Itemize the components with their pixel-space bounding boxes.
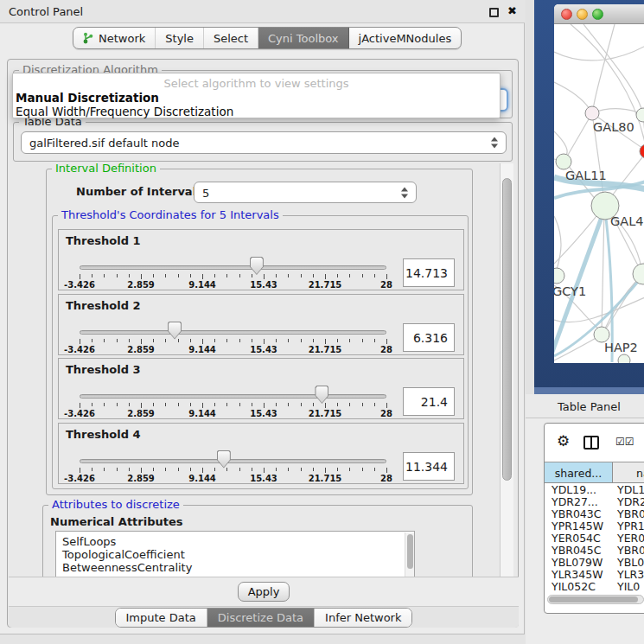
slider-handle[interactable] (168, 322, 182, 340)
network-node-g[interactable] (636, 108, 644, 122)
network-node-h[interactable] (633, 264, 644, 284)
tick-mark (349, 339, 350, 342)
close-traffic-light-icon[interactable] (561, 9, 572, 20)
group-title: Attributes to discretize (48, 499, 183, 511)
network-window-titlebar[interactable] (554, 4, 644, 24)
slider-handle[interactable] (217, 450, 231, 469)
slider-track[interactable] (80, 330, 386, 335)
gear-icon[interactable]: ⚙ (557, 434, 570, 449)
slider-handle[interactable] (315, 386, 328, 404)
combo-spinner-icon (400, 187, 408, 198)
threshold-value-field[interactable]: 6.316 (403, 323, 455, 352)
minimize-traffic-light-icon[interactable] (577, 9, 588, 20)
tick-label: -3.426 (64, 280, 95, 290)
dropdown-option[interactable]: Manual Discretization (16, 91, 159, 105)
scrollbar-thumb[interactable] (502, 178, 512, 481)
table-row[interactable]: YDR27...YDR2 (545, 495, 644, 507)
tab-jactivemnodules[interactable]: jActiveMNodules (349, 28, 462, 48)
list-scrollbar[interactable] (405, 532, 414, 577)
tab-impute-data[interactable]: Impute Data (116, 609, 207, 627)
scrollbar-thumb[interactable] (549, 596, 638, 603)
interval-definition-group: Interval Definition Number of Intervals … (46, 169, 473, 495)
tick-mark (214, 403, 215, 406)
combo-spinner-icon (490, 137, 498, 149)
threshold-value-field[interactable]: 11.344 (403, 452, 455, 481)
slider-track[interactable] (80, 459, 386, 463)
tab-discretize-data[interactable]: Discretize Data (207, 609, 315, 627)
slider-handle[interactable] (250, 257, 264, 275)
tick-label: 2.859 (127, 280, 155, 290)
tick-mark (202, 468, 203, 473)
network-node-gcy1[interactable] (554, 268, 564, 284)
threshold-value-field[interactable]: 14.713 (403, 258, 455, 287)
group-title: Interval Definition (52, 163, 160, 175)
table-row[interactable]: YBL079WYBL0 (545, 556, 644, 568)
tick-mark (129, 403, 130, 406)
cell-shared-name: YER054C (545, 532, 613, 544)
tick-mark (214, 468, 215, 471)
table-row[interactable]: YPR145WYPR1 (545, 520, 644, 532)
tab-select[interactable]: Select (204, 28, 258, 48)
numerical-attributes-list[interactable]: SelfLoopsTopologicalCoefficientBetweenne… (55, 531, 415, 577)
tick-mark (374, 274, 375, 277)
float-window-icon[interactable] (489, 8, 499, 17)
cell-name: YBR0 (613, 544, 644, 556)
tick-mark (288, 403, 289, 406)
scrollbar-thumb[interactable] (407, 534, 413, 569)
threshold-label: Threshold 4 (66, 428, 141, 441)
tick-mark (386, 274, 387, 279)
table-row[interactable]: YBR043CYBR0 (545, 507, 644, 520)
slider-track[interactable] (80, 394, 386, 399)
table-row[interactable]: YDL19...YDL1 (545, 483, 644, 495)
network-node-gal11[interactable] (556, 154, 571, 169)
column-checkboxes-icon[interactable]: ☑☑ (615, 436, 634, 448)
table-header-name[interactable]: na (613, 462, 644, 483)
dropdown-placeholder: Select algorithm to view settings (13, 77, 500, 90)
tick-mark (153, 274, 154, 277)
slider-track[interactable] (80, 265, 386, 270)
network-node-node[interactable] (618, 354, 630, 363)
tick-mark (337, 274, 338, 277)
number-of-intervals-combo[interactable]: 5 (194, 182, 417, 203)
split-columns-icon[interactable] (583, 436, 599, 450)
slider-handle-face (169, 322, 181, 339)
table-row[interactable]: YER054CYER0 (545, 532, 644, 544)
table-data-combo[interactable]: galFiltered.sif default node (21, 131, 507, 154)
list-item[interactable]: BetweennessCentrality (62, 561, 192, 574)
threshold-box: Threshold 4-3.4262.8599.14415.4321.71528… (58, 423, 464, 484)
table-horizontal-scrollbar[interactable] (547, 595, 644, 604)
cell-shared-name: YDR27... (545, 495, 613, 507)
dropdown-option[interactable]: Equal Width/Frequency Discretization (16, 105, 233, 118)
list-item[interactable]: TopologicalCoefficient (62, 548, 185, 561)
tick-label: 28 (380, 345, 392, 354)
tab-network[interactable]: Network (73, 28, 156, 48)
panel-scrollbar[interactable] (500, 163, 513, 577)
tick-mark (386, 339, 387, 344)
network-node-gal80[interactable] (585, 106, 599, 120)
table-header-shared-name[interactable]: shared... (545, 462, 613, 483)
network-graph-canvas[interactable]: GAL80G.CGAL11GAL4GCY1HHAP2 (554, 24, 644, 363)
tab-cyni-toolbox[interactable]: Cyni Toolbox (258, 28, 349, 48)
table-data-group: Table Data galFiltered.sif default node (13, 122, 513, 162)
cell-name: YBR0 (613, 507, 644, 520)
tick-label: 15.43 (250, 409, 277, 418)
tick-mark (276, 403, 277, 406)
zoom-traffic-light-icon[interactable] (592, 9, 603, 20)
tick-label: -3.426 (64, 474, 95, 483)
threshold-label: Threshold 3 (66, 363, 141, 376)
tab-label: Select (214, 32, 248, 45)
tab-infer-network[interactable]: Infer Network (315, 609, 411, 627)
list-item[interactable]: SelfLoops (62, 535, 116, 548)
tick-mark (349, 403, 350, 406)
apply-button[interactable]: Apply (238, 582, 290, 602)
table-row[interactable]: YBR045CYBR0 (545, 544, 644, 556)
network-edge (554, 131, 567, 157)
threshold-value-field[interactable]: 21.4 (403, 387, 455, 416)
tick-mark (264, 468, 265, 473)
tick-mark (226, 339, 227, 342)
tick-mark (362, 403, 363, 406)
table-row[interactable]: YIL052CYIL0 (545, 580, 644, 592)
tab-style[interactable]: Style (156, 28, 204, 48)
close-icon[interactable]: ✖ (507, 4, 517, 17)
table-row[interactable]: YLR345WYLR3 (545, 568, 644, 580)
